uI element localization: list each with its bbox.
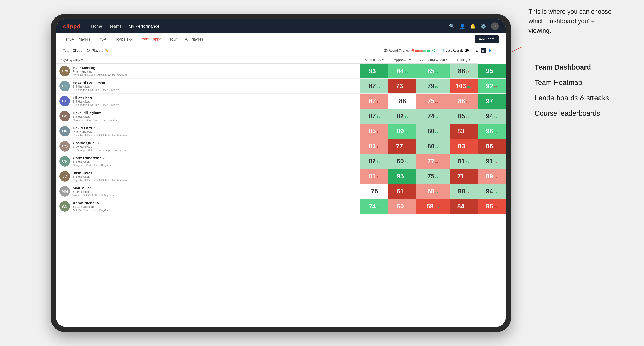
subnav-hcaps[interactable]: Hcaps 1-5: [111, 36, 135, 43]
add-team-button[interactable]: Add Team: [474, 35, 499, 43]
player-handicap: Plus Handicap: [73, 70, 127, 73]
settings-icon[interactable]: ⚙️: [480, 23, 486, 29]
bell-icon[interactable]: 🔔: [470, 23, 476, 29]
table-row[interactable]: CRChris Robertson✓1-5 HandicapCraigmilla…: [56, 154, 506, 169]
score-cell: 602: [388, 154, 416, 169]
player-avatar: AN: [60, 201, 70, 212]
score-change: 1: [466, 70, 470, 73]
table-row[interactable]: DFDavid Ford✓Plus HandicapRoyal North De…: [56, 124, 506, 139]
nav-link-myperformance[interactable]: My Performance: [128, 24, 160, 29]
table-row[interactable]: CQCharlie Quick✓6-10 HandicapSt. George'…: [56, 139, 506, 154]
score-cell: 8421: [450, 199, 478, 214]
annotation-text: This is where you can choose which dashb…: [528, 7, 612, 35]
table-row[interactable]: ECEdward Crossman1-5 HandicapSunningdale…: [56, 79, 506, 94]
score-change: 9: [435, 85, 439, 88]
subnav-allplayers[interactable]: All Players: [182, 36, 206, 43]
score-value: 60: [397, 203, 404, 210]
table-controls: Team Clippd | 14 Players ✏️ 20 Round Cha…: [56, 45, 506, 56]
player-club: Woburn Golf Club, United Kingdom: [73, 194, 114, 197]
score-value: 85: [427, 67, 434, 75]
table-row[interactable]: DBDave Billingham1-5 HandicapGog Magog G…: [56, 109, 506, 124]
round-change: 20 Round Change -5 +5: [384, 49, 436, 52]
score-value: 86: [458, 98, 465, 105]
subnav-tour[interactable]: Tour: [166, 36, 180, 43]
player-name: Chris Robertson✓: [73, 156, 112, 160]
view-download-button[interactable]: ↓: [493, 48, 499, 53]
score-cell: 853: [360, 124, 388, 139]
score-cell: 8310: [450, 124, 478, 139]
score-change: 8: [376, 205, 380, 209]
score-value: 74: [369, 203, 376, 210]
annotation-item-1: Team Dashboard: [534, 59, 609, 75]
score-cell: 858: [416, 64, 450, 79]
table-row[interactable]: JCJosh Coles1-5 HandicapRoyal North Devo…: [56, 169, 506, 184]
col-header-green[interactable]: Around the Green ▾: [416, 56, 450, 64]
score-cell: 943: [478, 184, 506, 199]
view-heatmap-button[interactable]: ▦: [480, 48, 486, 53]
player-avatar: MM: [60, 186, 70, 197]
score-cell: 824: [388, 109, 416, 124]
table-row[interactable]: EEElliot Ebert1-5 HandicapSunningdale Go…: [56, 94, 506, 109]
annotation-item-4: Course leaderboards: [534, 106, 609, 121]
player-handicap: 1-5 Handicap: [73, 175, 127, 178]
player-avatar: DF: [60, 126, 70, 137]
player-cell: DFDavid Ford✓Plus HandicapRoyal North De…: [56, 124, 360, 139]
score-cell: 88: [388, 94, 416, 109]
heatmap-table: Player Quality ▾ Off the Tee ▾ Approach …: [56, 56, 506, 214]
subnav-teamclippd[interactable]: Team Clippd: [137, 35, 164, 43]
score-cell: 7111: [450, 169, 478, 184]
score-value: 87: [369, 113, 376, 120]
score-cell: 7311: [388, 79, 416, 94]
score-value: 96: [486, 128, 493, 135]
score-change: 3: [435, 100, 439, 103]
player-avatar: BM: [60, 66, 70, 76]
score-change: 3: [376, 130, 380, 134]
score-change: 8: [404, 175, 408, 178]
score-cell: 813: [360, 169, 388, 184]
col-header-tee[interactable]: Off the Tee ▾: [360, 56, 388, 64]
col-header-approach[interactable]: Approach ▾: [388, 56, 416, 64]
table-row[interactable]: ANAaron Nicholls11-15 HandicapDrift Golf…: [56, 199, 506, 214]
avatar[interactable]: U: [491, 22, 499, 30]
score-value: 88: [458, 188, 465, 195]
last-rounds-button[interactable]: 📊 Last Rounds: 20: [438, 47, 472, 54]
col-header-putting[interactable]: Putting ▾: [450, 56, 478, 64]
player-handicap: 11-15 Handicap: [73, 205, 110, 209]
subnav-pgat[interactable]: PGAT Players: [63, 36, 93, 43]
score-change: 6: [466, 100, 470, 103]
score-cell: 10315: [450, 79, 478, 94]
view-person-button[interactable]: 👤: [487, 48, 492, 53]
score-value: 73: [396, 82, 403, 90]
view-grid-button[interactable]: ⊞: [474, 48, 480, 53]
col-header-player[interactable]: Player Quality ▾: [56, 56, 360, 64]
player-name: Charlie Quick✓: [73, 141, 128, 145]
edit-icon[interactable]: ✏️: [105, 49, 109, 53]
nav-link-teams[interactable]: Teams: [109, 24, 122, 29]
score-cell: 853: [450, 109, 478, 124]
subnav-pga[interactable]: PGA: [95, 36, 110, 43]
player-cell: CQCharlie Quick✓6-10 HandicapSt. George'…: [56, 139, 360, 154]
search-icon[interactable]: 🔍: [449, 23, 455, 29]
score-cell: 866: [450, 94, 478, 109]
score-change: 9: [376, 70, 380, 73]
table-row[interactable]: MMMatt Miller6-10 HandicapWoburn Golf Cl…: [56, 184, 506, 199]
score-change: 8: [494, 145, 498, 149]
player-cell: DBDave Billingham1-5 HandicapGog Magog G…: [56, 109, 360, 124]
score-change: 4: [494, 205, 498, 209]
player-club: Royal North Devon Golf Club, United King…: [73, 73, 127, 76]
nav-link-home[interactable]: Home: [91, 24, 102, 29]
score-change: 3: [376, 175, 380, 178]
score-value: 58: [427, 188, 434, 195]
score-cell: 892: [478, 169, 506, 184]
table-row[interactable]: BMBlair McHargPlus HandicapRoyal North D…: [56, 64, 506, 79]
score-change: 4: [404, 115, 408, 119]
score-value: 89: [397, 128, 404, 135]
score-value: 88: [399, 98, 406, 105]
people-icon[interactable]: 👤: [460, 23, 465, 29]
score-value: 93: [369, 67, 376, 75]
nav-links: Home Teams My Performance: [91, 24, 449, 29]
score-value: 83: [458, 143, 465, 150]
annotation-list: Team Dashboard Team Heatmap Leaderboards…: [534, 59, 609, 121]
score-cell: 741: [416, 109, 450, 124]
score-change: 11: [465, 175, 470, 178]
